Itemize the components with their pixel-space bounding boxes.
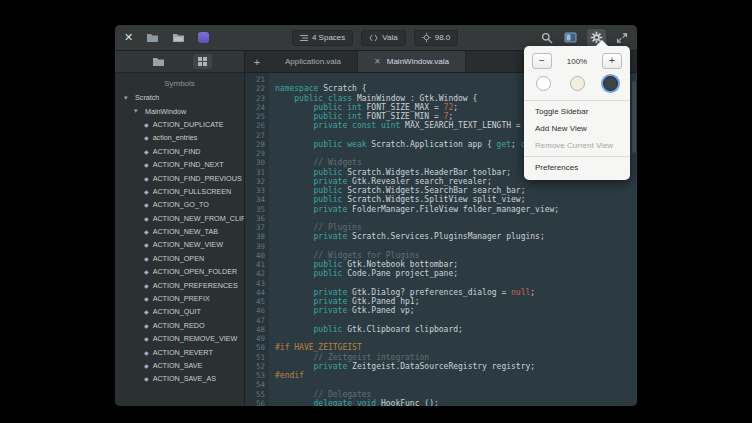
symbol-item[interactable]: ◆ACTION_SAVE_AS — [115, 372, 244, 385]
line-number: 27 — [245, 131, 265, 140]
tab-application-vala[interactable]: Application.vala — [269, 51, 358, 72]
menu-item-toggle-sidebar[interactable]: Toggle Sidebar — [524, 103, 630, 120]
symbol-icon: ◆ — [144, 215, 149, 222]
menu-item-preferences[interactable]: Preferences — [524, 159, 630, 176]
symbol-icon: ◆ — [144, 322, 149, 329]
line-number: 38 — [245, 232, 265, 241]
editor-scrollbar[interactable] — [631, 73, 637, 406]
symbol-icon: ◆ — [144, 201, 149, 208]
symbol-item[interactable]: ▾Scratch — [115, 91, 244, 104]
symbol-item[interactable]: ◆ACTION_FIND_PREVIOUS — [115, 171, 244, 184]
header-right-group — [540, 29, 629, 46]
sidebar-panel-title: Symbols — [115, 73, 244, 91]
symbol-item[interactable]: ◆action_entries — [115, 131, 244, 144]
scrollbar-thumb[interactable] — [632, 81, 636, 153]
style-scheme-dark[interactable] — [603, 76, 618, 91]
symbol-icon: ◆ — [144, 148, 149, 155]
menu-separator — [524, 100, 630, 101]
new-tab-button[interactable]: + — [245, 51, 269, 72]
symbol-item[interactable]: ◆ACTION_DUPLICATE — [115, 118, 244, 131]
line-number: 53 — [245, 371, 265, 380]
symbol-item[interactable]: ◆ACTION_PREFIX — [115, 292, 244, 305]
code-line: private FolderManager.FileView folder_ma… — [275, 205, 631, 214]
symbol-item[interactable]: ◆ACTION_NEW_TAB — [115, 225, 244, 238]
view-mode-icon — [564, 32, 577, 43]
line-number: 55 — [245, 390, 265, 399]
expander-icon[interactable]: ▾ — [134, 107, 141, 115]
code-line — [275, 214, 631, 223]
header-center-group: 4 Spaces Vala 98.0 — [210, 30, 540, 46]
language-selector[interactable]: Vala — [361, 30, 405, 46]
line-number: 39 — [245, 242, 265, 251]
symbol-item[interactable]: ◆ACTION_OPEN_FOLDER — [115, 265, 244, 278]
symbol-item[interactable]: ◆ACTION_FIND — [115, 145, 244, 158]
style-scheme-light[interactable] — [536, 76, 551, 91]
symbol-icon: ◆ — [144, 188, 149, 195]
symbol-item[interactable]: ◆ACTION_REMOVE_VIEW — [115, 332, 244, 345]
symbol-item[interactable]: ◆ACTION_NEW_FROM_CLIPBOARD — [115, 212, 244, 225]
code-line — [275, 334, 631, 343]
symbol-icon: ◆ — [144, 161, 149, 168]
symbols-panel-icon — [197, 56, 208, 67]
tab-mainwindow-vala[interactable]: ✕ MainWindow.vala — [358, 51, 466, 72]
symbol-item[interactable]: ◆ACTION_REVERT — [115, 345, 244, 358]
line-number: 22 — [245, 84, 265, 93]
fullscreen-button[interactable] — [615, 31, 629, 45]
templates-button[interactable] — [171, 31, 186, 44]
symbol-item[interactable]: ◆ACTION_OPEN — [115, 252, 244, 265]
line-number: 50 — [245, 343, 265, 352]
symbol-label: ACTION_FIND_PREVIOUS — [153, 174, 242, 183]
expander-icon[interactable]: ▾ — [124, 94, 131, 102]
tab-close-icon[interactable]: ✕ — [374, 57, 381, 66]
symbols-panel-button[interactable] — [193, 54, 212, 69]
symbol-item[interactable]: ◆ACTION_SAVE — [115, 359, 244, 372]
code-line: public Scratch.Widgets.SearchBar search_… — [275, 186, 631, 195]
tab-label: Application.vala — [285, 57, 341, 66]
symbol-icon: ◆ — [144, 295, 149, 302]
symbol-item[interactable]: ◆ACTION_REDO — [115, 319, 244, 332]
search-button[interactable] — [540, 31, 554, 45]
line-number: 41 — [245, 260, 265, 269]
view-mode-button[interactable] — [563, 31, 578, 44]
code-line: // Delegates — [275, 390, 631, 399]
open-folder-button[interactable] — [145, 31, 160, 44]
zoom-out-button[interactable]: − — [532, 53, 552, 69]
symbols-tree: ▾Scratch▾MainWindow◆ACTION_DUPLICATE◆act… — [115, 91, 244, 406]
zoom-in-button[interactable]: + — [602, 53, 622, 69]
line-number: 47 — [245, 316, 265, 325]
symbol-item[interactable]: ◆ACTION_NEW_VIEW — [115, 238, 244, 251]
symbol-label: ACTION_FIND_NEXT — [153, 160, 224, 169]
symbol-item[interactable]: ◆ACTION_QUIT — [115, 305, 244, 318]
symbol-label: ACTION_REVERT — [153, 348, 213, 357]
line-number: 54 — [245, 380, 265, 389]
line-number: 44 — [245, 288, 265, 297]
symbol-icon: ◆ — [144, 282, 149, 289]
symbol-item[interactable]: ◆ACTION_GO_TO — [115, 198, 244, 211]
symbol-item[interactable]: ◆ACTION_FULLSCREEN — [115, 185, 244, 198]
symbol-label: ACTION_GO_TO — [153, 200, 209, 209]
window-close-button[interactable]: ✕ — [123, 31, 134, 44]
menu-item-add-new-view[interactable]: Add New View — [524, 120, 630, 137]
language-label: Vala — [382, 33, 397, 42]
symbol-label: ACTION_PREFERENCES — [153, 281, 238, 290]
search-icon — [541, 32, 553, 44]
symbol-icon: ◆ — [144, 375, 149, 382]
indent-icon — [300, 34, 308, 42]
code-line: private Scratch.Services.PluginsManager … — [275, 232, 631, 241]
symbol-label: ACTION_OPEN_FOLDER — [153, 267, 238, 276]
code-line — [275, 242, 631, 251]
symbol-item[interactable]: ◆ACTION_FIND_NEXT — [115, 158, 244, 171]
line-number: 25 — [245, 112, 265, 121]
goto-line-selector[interactable]: 98.0 — [414, 30, 459, 46]
line-number: 40 — [245, 251, 265, 260]
code-line: public Code.Pane project_pane; — [275, 269, 631, 278]
line-number: 26 — [245, 121, 265, 130]
line-number: 43 — [245, 279, 265, 288]
files-panel-button[interactable] — [148, 54, 169, 69]
folder-open-icon — [172, 32, 185, 43]
indent-selector[interactable]: 4 Spaces — [292, 30, 353, 46]
symbol-item[interactable]: ▾MainWindow — [115, 104, 244, 117]
style-scheme-medium[interactable] — [570, 76, 585, 91]
symbol-icon: ◆ — [144, 228, 149, 235]
symbol-item[interactable]: ◆ACTION_PREFERENCES — [115, 278, 244, 291]
